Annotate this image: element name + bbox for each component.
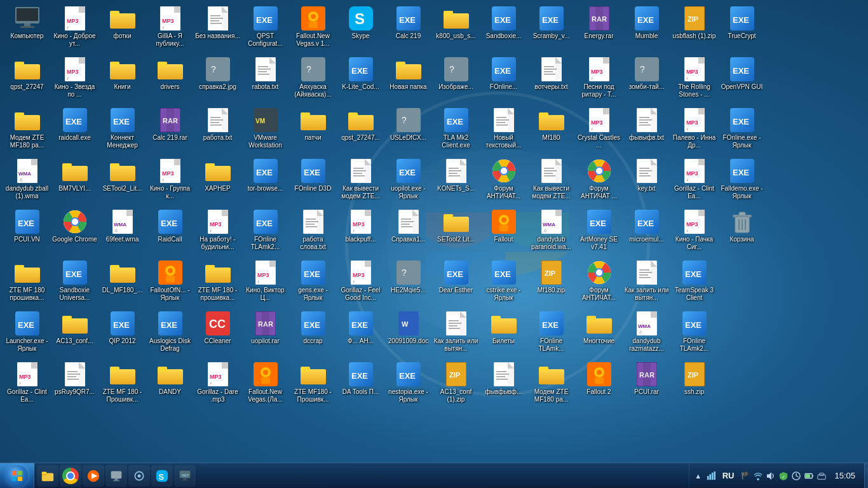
desktop-icon-fonline_tlamk[interactable]: EXEFOnline TLAmk... [527, 308, 575, 359]
desktop-icon-gorillaz_dare[interactable]: MP3♪Gorillaz - Dare .mp3 [194, 359, 241, 410]
desktop-icon-kak_vyvesti2[interactable]: Как вывести модем ZTE... [527, 156, 575, 207]
desktop-icon-kak_zalit[interactable]: Как залить или вытян... [432, 308, 480, 359]
taskbar-explorer[interactable] [37, 465, 58, 487]
desktop-icon-raidcall[interactable]: EXERaidCall [146, 207, 194, 257]
desktop-icon-gens_exe[interactable]: EXEgens.exe - Ярлык [289, 257, 337, 308]
desktop-icon-fallout_new_vegas_la[interactable]: Fallout.New Vegas.(Ла... [241, 359, 289, 410]
desktop-icon-zombi_tai[interactable]: ?зомби-тай... [623, 54, 670, 105]
desktop-icon-mumble[interactable]: EXEMumble [623, 3, 670, 54]
desktop-icon-bez_nazv[interactable]: Без названия... [194, 3, 241, 54]
desktop-icon-forum_antichat3[interactable]: Форум АНТИЧАТ... [575, 257, 623, 308]
desktop-icon-sandboxie_zip[interactable]: EXESandboxie... [480, 3, 527, 54]
desktop-icon-uopilot_exe[interactable]: EXEuopilot.exe - Ярлык [384, 156, 432, 207]
tray-wifi-icon[interactable] [753, 471, 763, 481]
desktop-icon-fyvfyvf[interactable]: фывфывф... [480, 359, 527, 410]
desktop-icon-fonline_ah[interactable]: EXEФ... АН... [337, 308, 384, 359]
desktop-icon-falloutofn[interactable]: FalloutOfN... - Ярлык [146, 257, 194, 308]
desktop-icon-rabota_txt[interactable]: работа.txt [194, 105, 241, 156]
taskbar-extra1[interactable] [105, 465, 127, 487]
desktop-icon-spravka1[interactable]: Справка1... [384, 207, 432, 257]
desktop-icon-k800_usb[interactable]: k800_usb_s... [432, 3, 480, 54]
desktop-icon-dccrap[interactable]: EXEdccrap [289, 308, 337, 359]
desktop-icon-kino_pacha[interactable]: MP3♪Кино - Пачка Сиг... [670, 207, 718, 257]
desktop-icon-xarher[interactable]: ХАРНЕР [194, 156, 241, 207]
desktop-icon-dandydub_zball[interactable]: WMA♫dandydub zball (1).wma [3, 156, 51, 207]
desktop-icon-teamspeak3[interactable]: EXETeamSpeak 3 Client [670, 257, 718, 308]
taskbar-extra2[interactable] [128, 465, 150, 487]
desktop-icon-zte_mf180_pro[interactable]: ZTE MF 180 - Прошивк... [98, 359, 146, 410]
tray-extra1[interactable]: ✓ [778, 471, 789, 481]
desktop-icon-setool2_lit2[interactable]: SETool2 Lit... [432, 207, 480, 257]
desktop-icon-launcher_exe[interactable]: EXELauncher.exe - Ярлык [3, 308, 51, 359]
desktop-icon-kino_viktor[interactable]: MP3♪Кино, Виктор Ц... [241, 257, 289, 308]
desktop-icon-vmware[interactable]: VMVMware Workstation [241, 105, 289, 156]
desktop-icon-konets_s[interactable]: KONETs_S... [432, 156, 480, 207]
desktop-icon-nestopia_exe[interactable]: EXEnestopia.exe - Ярлык [384, 359, 432, 410]
desktop-icon-na_rabotu[interactable]: MP3♪На работу! - будильни... [194, 207, 241, 257]
desktop-icon-qpst_27247_k[interactable]: qpst_27247... [337, 105, 384, 156]
desktop-icon-kak_vyvesti_modem[interactable]: Как вывести модем ZTE... [337, 156, 384, 207]
desktop-icon-korzina[interactable]: Корзина [718, 207, 766, 257]
taskbar-skype[interactable]: S [151, 465, 173, 487]
language-indicator[interactable]: RU [719, 471, 738, 480]
taskbar-chrome[interactable] [60, 465, 81, 487]
desktop-icon-tor_browse[interactable]: EXEtor-browse... [241, 156, 289, 207]
desktop-icon-dandy[interactable]: DANDY [146, 359, 194, 410]
desktop-icon-fallout_icon[interactable]: Fallout [480, 207, 527, 257]
desktop-icon-cstrike_exe[interactable]: EXEcstrike.exe - Ярлык [480, 257, 527, 308]
desktop-icon-raidcall_exe[interactable]: EXEraidcall.exe [51, 105, 98, 156]
desktop-icon-fonline_tlamk3[interactable]: EXEFOnline TLAmk2... [670, 308, 718, 359]
start-button[interactable] [0, 463, 34, 489]
desktop-icon-usbflash[interactable]: ZIPusbflash (1).zip [670, 3, 718, 54]
tray-extra3[interactable] [804, 471, 814, 481]
tray-arrow[interactable]: ▲ [693, 471, 703, 481]
desktop-icon-forum_antichat[interactable]: Форум АНТИЧАТ... [480, 156, 527, 207]
desktop-icon-k_lite_cod[interactable]: EXEK-Lite_Cod... [337, 54, 384, 105]
desktop-icon-fotki[interactable]: фотки [98, 3, 146, 54]
desktop-icon-dear_esther[interactable]: EXEDear Esther [432, 257, 480, 308]
desktop-icon-he2mqie5[interactable]: ?HE2Mqie5... [384, 257, 432, 308]
desktop-icon-truecrypt[interactable]: EXETrueCrypt [718, 3, 766, 54]
desktop-icon-dl_mf180[interactable]: DL_MF180_... [98, 257, 146, 308]
desktop-icon-pesni_pod[interactable]: MP3♪Песни под ритару - Т... [575, 54, 623, 105]
desktop-icon-energy_rar[interactable]: RAREnergy.rar [575, 3, 623, 54]
desktop-icon-da_tools[interactable]: EXEDA Tools П... [337, 359, 384, 410]
desktop-icon-crystal_castles[interactable]: MP3♪Crystal Castles ... [575, 105, 623, 156]
desktop-icon-ccleaner[interactable]: CCCCleaner [194, 308, 241, 359]
desktop-icon-calc219[interactable]: EXECalc 219 [384, 3, 432, 54]
desktop-icon-novaya_papka[interactable]: Новая папка [384, 54, 432, 105]
desktop-icon-google_chrome[interactable]: Google Chrome [51, 207, 98, 257]
desktop-icon-kino_zvezda[interactable]: MP3♪Кино - Звезда по ... [51, 54, 98, 105]
desktop-icon-fallout2_icon[interactable]: Fallout 2 [575, 359, 623, 410]
desktop-icon-pcui_rar[interactable]: RARPCUI.rar [623, 359, 670, 410]
desktop-icon-mnogtochie[interactable]: Многточие [575, 308, 623, 359]
desktop-icon-qpst_conf[interactable]: EXEQPST Configurat... [241, 3, 289, 54]
desktop-icon-psruy9qr7[interactable]: psRuy9QR7... [51, 359, 98, 410]
desktop-icon-knigi[interactable]: Книги [98, 54, 146, 105]
desktop-icon-microemul[interactable]: EXEmicroemul... [623, 207, 670, 257]
desktop-icon-skype[interactable]: SSkype [337, 3, 384, 54]
desktop-icon-usledfcx[interactable]: ?USLeDfCX... [384, 105, 432, 156]
desktop-icon-patchi[interactable]: патчи [289, 105, 337, 156]
desktop-icon-dandydub_paranoid[interactable]: WMA♫dandydub paranoid.wa... [527, 207, 575, 257]
desktop-icon-69feet_wma[interactable]: WMA♫69feet.wma [98, 207, 146, 257]
taskbar-mediaplayer[interactable] [83, 465, 104, 487]
tray-flag[interactable]: 🏴 [740, 471, 750, 481]
desktop-icon-modem_zte[interactable]: Модем ZTE MF180 ра... [3, 105, 51, 156]
desktop-icon-mf180_zip[interactable]: ZIPMf180.zip [527, 257, 575, 308]
desktop-icon-qip_2012[interactable]: EXEQIP 2012 [98, 308, 146, 359]
desktop-icon-rabota_slova[interactable]: работа слова.txt [289, 207, 337, 257]
system-clock[interactable]: 15:05 [829, 463, 860, 488]
desktop-icon-uopilot_rar[interactable]: RARuopilot.rar [241, 308, 289, 359]
desktop-icon-pcui_vn[interactable]: EXEPCUI.VN [3, 207, 51, 257]
desktop-icon-auslogics[interactable]: EXEAuslogics Disk Defrag [146, 308, 194, 359]
desktop-icon-bm7vlyi[interactable]: BM7VLYI... [51, 156, 98, 207]
desktop-icon-bilety[interactable]: Билеты [480, 308, 527, 359]
desktop-icon-fonline_d3d[interactable]: EXEFOnline D3D [289, 156, 337, 207]
desktop-icon-calc219_rar[interactable]: RARCalc 219.rar [146, 105, 194, 156]
desktop-icon-dandydub_razm[interactable]: WMA♫dandydub razmatazz... [623, 308, 670, 359]
desktop-icon-artmoney[interactable]: EXEArtMoney SE v7.41 [575, 207, 623, 257]
desktop-icon-qpst_27247[interactable]: qpst_27247 [3, 54, 51, 105]
desktop-icon-key_txt[interactable]: key.txt [623, 156, 670, 207]
desktop-icon-noviy_tekst[interactable]: Новый текстовый... [480, 105, 527, 156]
